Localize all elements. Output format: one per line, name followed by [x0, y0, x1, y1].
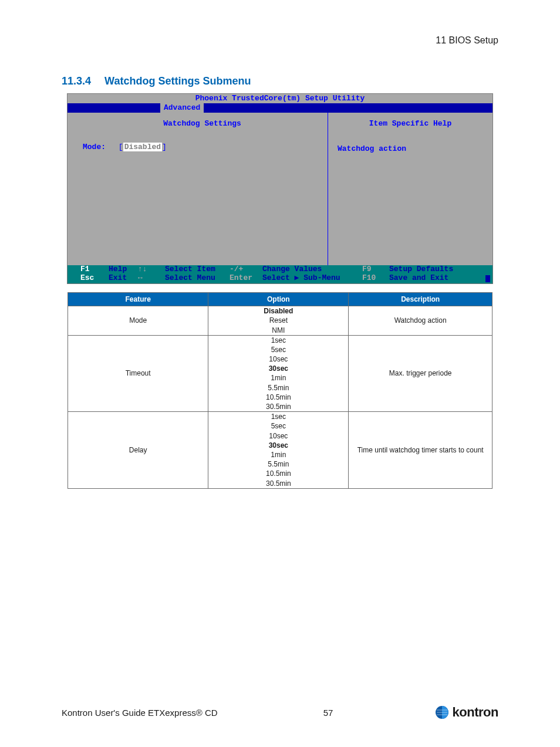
bios-help-text: Watchdog action: [334, 145, 487, 153]
bios-action-saveexit: Save and Exit: [389, 274, 487, 283]
bios-arrows-lr-icon: ↔: [138, 274, 165, 283]
section-title: Watchdog Settings Submenu: [104, 75, 251, 87]
page-footer: Kontron User's Guide ETXexpress® CD 57 k…: [62, 705, 498, 720]
option-value: 5.5min: [208, 459, 348, 469]
option-value: 5.5min: [208, 383, 348, 393]
bios-key-f9: F9: [362, 265, 389, 274]
table-row: ModeDisabledResetNMIWatchdog action: [68, 306, 492, 336]
option-value: 10.5min: [208, 469, 348, 478]
th-description: Description: [349, 293, 492, 306]
bios-key-plusminus: -/+: [230, 265, 262, 274]
table-row: Timeout1sec5sec10sec30sec1min5.5min10.5m…: [68, 335, 492, 412]
option-value: 1min: [208, 450, 348, 459]
bios-mode-value: [Disabled]: [119, 143, 167, 151]
bios-action-selectsubmenu: Select ▶ Sub-Menu: [262, 274, 362, 283]
option-value: Reset: [208, 316, 348, 325]
bios-utility-title: Phoenix TrustedCore(tm) Setup Utility: [68, 94, 492, 103]
bios-arrows-ud-icon: ↑↓: [138, 265, 165, 274]
cell-options: 1sec5sec10sec30sec1min5.5min10.5min30.5m…: [208, 412, 349, 489]
cell-description: Max. trigger periode: [349, 335, 492, 412]
footer-brand: kontron: [453, 705, 498, 720]
cell-feature: Mode: [68, 306, 208, 336]
cell-feature: Delay: [68, 412, 208, 489]
bios-help-header: Item Specific Help: [334, 120, 487, 128]
option-value: 30sec: [208, 441, 348, 450]
th-feature: Feature: [68, 293, 208, 306]
bios-mode-row: Mode: [Disabled]: [83, 143, 322, 151]
bios-cursor-icon: [485, 275, 490, 282]
th-option: Option: [208, 293, 349, 306]
bios-key-f10: F10: [362, 274, 389, 283]
option-value: 10sec: [208, 431, 348, 441]
option-value: Disabled: [208, 306, 348, 316]
bios-key-esc: Esc: [80, 274, 109, 283]
bios-action-exit: Exit: [109, 274, 138, 283]
options-table: Feature Option Description ModeDisabledR…: [68, 292, 492, 489]
option-value: NMI: [208, 326, 348, 335]
cell-description: Time until watchdog timer starts to coun…: [349, 412, 492, 489]
option-value: 5sec: [208, 345, 348, 354]
option-value: 30.5min: [208, 402, 348, 411]
cell-feature: Timeout: [68, 335, 208, 412]
option-value: 10sec: [208, 354, 348, 364]
bios-key-enter: Enter: [230, 274, 262, 283]
footer-page-number: 57: [323, 708, 333, 718]
option-value: 10.5min: [208, 393, 348, 402]
footer-logo: kontron: [435, 705, 498, 720]
bios-footer: F1 Help ↑↓ Select Item -/+ Change Values…: [68, 265, 492, 283]
bios-key-f1: F1: [80, 265, 109, 274]
running-header: 11 BIOS Setup: [62, 35, 498, 46]
bios-page-title: Watchdog Settings: [83, 120, 322, 128]
bios-mode-label: Mode:: [83, 143, 106, 151]
option-value: 5sec: [208, 421, 348, 431]
cell-options: DisabledResetNMI: [208, 306, 349, 336]
bios-menu-tab-advanced: Advanced: [160, 103, 204, 113]
cell-description: Watchdog action: [349, 306, 492, 336]
bios-menubar: Advanced: [68, 103, 492, 113]
section-number: 11.3.4: [62, 75, 91, 87]
bios-action-selectitem: Select Item: [165, 265, 230, 274]
bios-action-selectmenu: Select Menu: [165, 274, 230, 283]
option-value: 1min: [208, 373, 348, 383]
option-value: 30sec: [208, 364, 348, 373]
bios-screenshot: Phoenix TrustedCore(tm) Setup Utility Ad…: [67, 93, 493, 284]
option-value: 30.5min: [208, 479, 348, 488]
option-value: 1sec: [208, 412, 348, 421]
footer-guide: Kontron User's Guide ETXexpress® CD: [62, 708, 218, 718]
section-heading: 11.3.4 Watchdog Settings Submenu: [62, 75, 498, 87]
bios-action-setupdefaults: Setup Defaults: [389, 265, 487, 274]
option-value: 1sec: [208, 336, 348, 345]
bios-action-changevalues: Change Values: [262, 265, 362, 274]
bios-action-help: Help: [109, 265, 138, 274]
cell-options: 1sec5sec10sec30sec1min5.5min10.5min30.5m…: [208, 335, 349, 412]
table-row: Delay1sec5sec10sec30sec1min5.5min10.5min…: [68, 412, 492, 489]
kontron-logo-icon: [435, 705, 449, 719]
